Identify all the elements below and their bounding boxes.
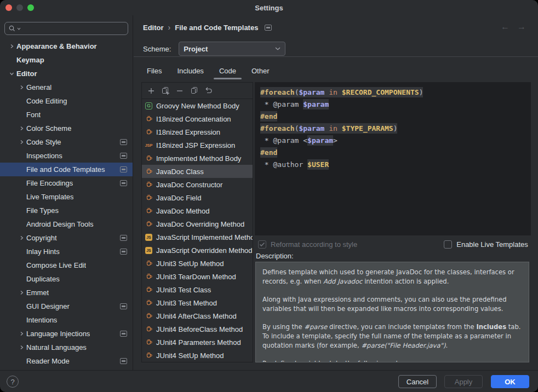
remove-icon	[176, 87, 184, 95]
sidebar-item-editor[interactable]: Editor	[0, 67, 133, 80]
template-item-junit3-test-method[interactable]: JUnit3 Test Method	[142, 296, 253, 309]
template-item-groovy-new-method-body[interactable]: GGroovy New Method Body	[142, 99, 253, 112]
sidebar-item-natural-languages[interactable]: Natural Languages	[0, 341, 133, 354]
sidebar-item-code-style[interactable]: Code Style	[0, 135, 133, 149]
sidebar-item-font[interactable]: Font	[0, 108, 133, 122]
template-item-junit3-test-class[interactable]: JUnit3 Test Class	[142, 283, 253, 296]
tab-label: Includes	[177, 67, 203, 75]
sidebar-item-copyright[interactable]: Copyright	[0, 231, 133, 245]
template-item-label: JavaDoc Method	[156, 207, 210, 215]
settings-indicator-icon	[120, 249, 127, 255]
jsp-file-icon: JSP	[144, 141, 153, 149]
sidebar-item-gui-designer[interactable]: GUI Designer	[0, 299, 133, 313]
chevron-right-icon[interactable]	[16, 331, 26, 336]
reset-button[interactable]	[201, 84, 215, 97]
template-item-junit4-beforeclass-method[interactable]: JUnit4 BeforeClass Method	[142, 322, 253, 336]
template-item-i18nized-jsp-expression[interactable]: JSPI18nized JSP Expression	[142, 139, 253, 152]
chevron-right-icon[interactable]	[16, 235, 26, 240]
template-item-junit3-setup-method[interactable]: JUnit3 SetUp Method	[142, 257, 253, 270]
template-item-i18nized-concatenation[interactable]: I18nized Concatenation	[142, 112, 253, 125]
sidebar-item-live-templates[interactable]: Live Templates	[0, 190, 133, 204]
template-item-label: JUnit3 TearDown Method	[156, 273, 236, 281]
forward-arrow-icon[interactable]: →	[517, 22, 526, 32]
code-line: #end	[260, 147, 525, 159]
java-file-icon	[144, 168, 153, 176]
template-item-javadoc-class[interactable]: JavaDoc Class	[142, 165, 253, 178]
scheme-select[interactable]: Project	[179, 42, 285, 56]
settings-indicator-icon	[265, 25, 272, 31]
sidebar-item-android-design-tools[interactable]: Android Design Tools	[0, 217, 133, 231]
chevron-right-icon[interactable]	[16, 345, 26, 350]
sidebar-item-code-editing[interactable]: Code Editing	[0, 94, 133, 108]
sidebar-item-label: Reader Mode	[26, 357, 70, 365]
sidebar-item-file-encodings[interactable]: File Encodings	[0, 176, 133, 190]
template-item-javascript-implemented-method[interactable]: JSJavaScript Implemented Method	[142, 230, 253, 244]
template-item-junit4-setup-method[interactable]: JUnit4 SetUp Method	[142, 349, 253, 362]
chevron-right-icon[interactable]	[7, 44, 16, 49]
sidebar-item-label: Code Style	[26, 138, 61, 146]
description-panel: Defines template which used to generate …	[255, 262, 529, 362]
apply-button[interactable]: Apply	[444, 375, 483, 388]
template-item-implemented-method-body[interactable]: Implemented Method Body	[142, 152, 253, 165]
sidebar-item-compose-live-edit[interactable]: Compose Live Edit	[0, 258, 133, 272]
sidebar-item-intentions[interactable]: Intentions	[0, 313, 133, 327]
reformat-checkbox[interactable]: Reformat according to style	[258, 240, 357, 249]
template-item-label: JUnit3 Test Class	[156, 286, 211, 294]
template-item-javadoc-method[interactable]: JavaDoc Method	[142, 204, 253, 217]
template-item-javadoc-field[interactable]: JavaDoc Field	[142, 191, 253, 204]
add-button[interactable]	[144, 84, 158, 97]
java-file-icon	[144, 207, 153, 215]
java-file-icon	[144, 220, 153, 228]
template-item-label: JUnit4 BeforeClass Method	[156, 325, 243, 333]
template-code-editor[interactable]: #foreach($param in $RECORD_COMPONENTS) *…	[255, 82, 531, 235]
enable-live-templates-checkbox[interactable]: Enable Live Templates	[444, 240, 528, 249]
chevron-right-icon[interactable]	[16, 290, 26, 295]
search-filter-chevron-icon[interactable]	[17, 27, 21, 30]
template-item-i18nized-expression[interactable]: I18nized Expression	[142, 125, 253, 139]
tab-includes[interactable]: Includes	[169, 62, 211, 79]
template-item-junit3-teardown-method[interactable]: JUnit3 TearDown Method	[142, 270, 253, 283]
sidebar-item-language-injections[interactable]: Language Injections	[0, 327, 133, 341]
template-item-javascript-overridden-method[interactable]: JSJavaScript Overridden Method	[142, 244, 253, 257]
chevron-right-icon[interactable]	[16, 85, 26, 90]
sidebar-item-file-types[interactable]: File Types	[0, 204, 133, 217]
remove-button[interactable]	[173, 84, 187, 97]
help-button[interactable]: ?	[7, 376, 19, 388]
chevron-down-icon[interactable]	[7, 71, 16, 76]
search-input[interactable]	[4, 22, 128, 35]
cancel-button[interactable]: Cancel	[398, 375, 437, 388]
sidebar-item-duplicates[interactable]: Duplicates	[0, 272, 133, 286]
breadcrumb-editor[interactable]: Editor	[143, 24, 164, 32]
sidebar-item-general[interactable]: General	[0, 80, 133, 94]
create-child-icon	[161, 87, 170, 95]
chevron-right-icon[interactable]	[16, 140, 26, 145]
create-child-button[interactable]	[158, 84, 173, 97]
sidebar-item-reader-mode[interactable]: Reader Mode	[0, 354, 133, 368]
sidebar-item-color-scheme[interactable]: Color Scheme	[0, 122, 133, 135]
tab-files[interactable]: Files	[139, 62, 169, 79]
sidebar-item-inlay-hints[interactable]: Inlay Hints	[0, 245, 133, 258]
java-file-icon	[144, 338, 153, 347]
settings-indicator-icon	[120, 139, 127, 145]
sidebar-item-keymap[interactable]: Keymap	[0, 53, 133, 67]
template-item-javadoc-constructor[interactable]: JavaDoc Constructor	[142, 178, 253, 191]
settings-indicator-icon	[120, 166, 127, 172]
template-item-javadoc-overriding-method[interactable]: JavaDoc Overriding Method	[142, 217, 253, 230]
tab-code[interactable]: Code	[211, 62, 244, 79]
back-arrow-icon[interactable]: ←	[501, 22, 510, 32]
tab-other[interactable]: Other	[244, 62, 277, 79]
sidebar-item-emmet[interactable]: Emmet	[0, 286, 133, 299]
ok-button[interactable]: OK	[491, 375, 529, 388]
copy-button[interactable]	[187, 84, 201, 97]
chevron-right-icon[interactable]	[16, 126, 26, 131]
sidebar-item-inspections[interactable]: Inspections	[0, 149, 133, 163]
template-item-label: I18nized Expression	[156, 128, 220, 136]
sidebar-item-label: Compose Live Edit	[26, 261, 86, 269]
template-item-junit4-parameters-method[interactable]: JUnit4 Parameters Method	[142, 336, 253, 349]
sidebar-item-file-and-code-templates[interactable]: File and Code Templates	[0, 163, 133, 176]
sidebar-item-appearance-behavior[interactable]: Appearance & Behavior	[0, 39, 133, 53]
scheme-value: Project	[184, 45, 208, 53]
code-line: #foreach($param in $RECORD_COMPONENTS)	[260, 87, 525, 99]
template-item-junit4-afterclass-method[interactable]: JUnit4 AfterClass Method	[142, 309, 253, 322]
history-nav: ← →	[501, 22, 526, 32]
